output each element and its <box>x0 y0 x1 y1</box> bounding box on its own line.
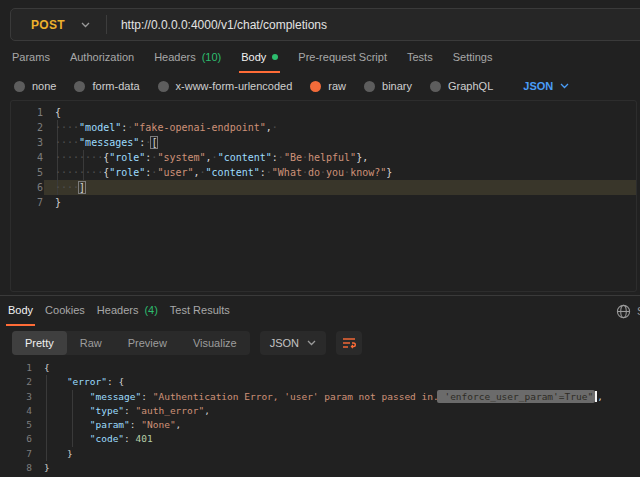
tab-count-badge: (4) <box>144 304 157 316</box>
code-line[interactable]: 5········{"role":·"user",·"content":·"Wh… <box>11 165 636 180</box>
radio-label: raw <box>328 80 346 92</box>
tab-params[interactable]: Params <box>12 48 50 70</box>
line-number: 3 <box>11 135 43 150</box>
line-number: 7 <box>0 447 32 461</box>
tab-label: Pre-request Script <box>298 51 387 63</box>
code-line[interactable]: 4 "type": "auth_error", <box>0 404 640 418</box>
line-number: 3 <box>0 390 32 404</box>
line-number: 6 <box>11 180 43 195</box>
view-pretty[interactable]: Pretty <box>12 331 67 355</box>
tab-pre-request-script[interactable]: Pre-request Script <box>298 48 387 70</box>
tab-body[interactable]: Body <box>8 300 33 323</box>
line-number: 5 <box>11 165 43 180</box>
code-line[interactable]: 3 "message": "Authentication Error, 'use… <box>0 390 640 404</box>
tab-headers[interactable]: Headers(10) <box>154 48 221 70</box>
response-format-label: JSON <box>270 337 299 349</box>
tab-settings[interactable]: Settings <box>453 48 493 70</box>
radio-icon <box>430 81 441 92</box>
request-tabs: ParamsAuthorizationHeaders(10)BodyPre-re… <box>12 48 492 70</box>
chevron-down-icon <box>307 340 316 346</box>
view-preview[interactable]: Preview <box>115 331 180 355</box>
code-line[interactable]: 7} <box>11 195 636 210</box>
body-format-label: JSON <box>523 80 553 92</box>
wrap-lines-button[interactable] <box>336 331 362 355</box>
tab-label: Body <box>8 304 33 316</box>
code-line[interactable]: 7 } <box>0 447 640 461</box>
radio-label: GraphQL <box>448 80 493 92</box>
url-input[interactable] <box>121 18 640 32</box>
tab-label: Headers <box>97 304 139 316</box>
tab-label: Tests <box>407 51 433 63</box>
unsaved-dot-icon <box>272 54 278 60</box>
code-line[interactable]: 1{ <box>0 361 640 375</box>
body-type-graphql[interactable]: GraphQL <box>430 80 493 92</box>
radio-label: binary <box>382 80 412 92</box>
radio-icon <box>158 81 169 92</box>
tab-label: Body <box>241 51 266 63</box>
method-selector[interactable]: POST <box>11 9 106 40</box>
code-line[interactable]: 2····"model":·"fake-openai-endpoint",· <box>11 120 636 135</box>
radio-icon <box>14 81 25 92</box>
line-number: 4 <box>11 150 43 165</box>
response-tabs: BodyCookiesHeaders(4)Test Results <box>8 300 230 323</box>
body-type-selector: noneform-datax-www-form-urlencodedrawbin… <box>14 76 569 96</box>
code-line[interactable]: 4········{"role":·"system",·"content":·"… <box>11 150 636 165</box>
tab-label: Headers <box>154 51 196 63</box>
wrap-lines-icon <box>342 337 356 349</box>
body-type-raw[interactable]: raw <box>310 80 346 92</box>
view-raw[interactable]: Raw <box>67 331 115 355</box>
tab-test-results[interactable]: Test Results <box>170 300 230 323</box>
divider <box>106 15 107 34</box>
code-line[interactable]: 6····] <box>11 180 636 195</box>
body-type-binary[interactable]: binary <box>364 80 412 92</box>
radio-label: form-data <box>92 80 139 92</box>
radio-icon <box>310 81 321 92</box>
chevron-down-icon <box>81 22 90 28</box>
code-line[interactable]: 1{ <box>11 105 636 120</box>
response-body-editor[interactable]: 1{2 "error": {3 "message": "Authenticati… <box>0 356 640 477</box>
radio-icon <box>74 81 85 92</box>
code-line[interactable]: 2 "error": { <box>0 375 640 389</box>
tab-count-badge: (10) <box>202 51 222 63</box>
chevron-down-icon <box>560 83 569 89</box>
tab-body[interactable]: Body <box>241 48 278 70</box>
code-line[interactable]: 8} <box>0 461 640 475</box>
code-line[interactable]: 5 "param": "None", <box>0 418 640 432</box>
line-number: 6 <box>0 432 32 446</box>
body-type-none[interactable]: none <box>14 80 56 92</box>
tab-tests[interactable]: Tests <box>407 48 433 70</box>
response-view-switch: PrettyRawPreviewVisualize <box>12 331 250 355</box>
view-visualize[interactable]: Visualize <box>180 331 250 355</box>
request-url-bar: POST <box>10 8 640 41</box>
line-number: 2 <box>11 120 43 135</box>
request-body-editor[interactable]: 1{2····"model":·"fake-openai-endpoint",·… <box>10 100 637 292</box>
tab-headers[interactable]: Headers(4) <box>97 300 158 323</box>
line-number: 4 <box>0 404 32 418</box>
line-number: 5 <box>0 418 32 432</box>
line-number: 2 <box>0 375 32 389</box>
code-line[interactable]: 3····"messages":·[ <box>11 135 636 150</box>
body-type-form-data[interactable]: form-data <box>74 80 139 92</box>
body-type-x-www-form-urlencoded[interactable]: x-www-form-urlencoded <box>158 80 293 92</box>
tab-label: Cookies <box>45 304 85 316</box>
response-toolbar: PrettyRawPreviewVisualize JSON <box>12 331 362 355</box>
code-line[interactable]: 6 "code": 401 <box>0 432 640 446</box>
globe-icon[interactable] <box>616 304 631 319</box>
tab-cookies[interactable]: Cookies <box>45 300 85 323</box>
tab-label: Settings <box>453 51 493 63</box>
line-number: 1 <box>11 105 43 120</box>
tab-authorization[interactable]: Authorization <box>70 48 134 70</box>
body-format-dropdown[interactable]: JSON <box>523 80 569 92</box>
tab-label: Params <box>12 51 50 63</box>
line-number: 1 <box>0 361 32 375</box>
response-format-dropdown[interactable]: JSON <box>260 331 326 355</box>
method-label: POST <box>31 18 65 32</box>
line-number: 7 <box>11 195 43 210</box>
tab-label: Authorization <box>70 51 134 63</box>
radio-label: none <box>32 80 56 92</box>
radio-label: x-www-form-urlencoded <box>176 80 293 92</box>
pane-divider[interactable] <box>0 295 640 296</box>
radio-icon <box>364 81 375 92</box>
line-number: 8 <box>0 461 32 475</box>
tab-label: Test Results <box>170 304 230 316</box>
